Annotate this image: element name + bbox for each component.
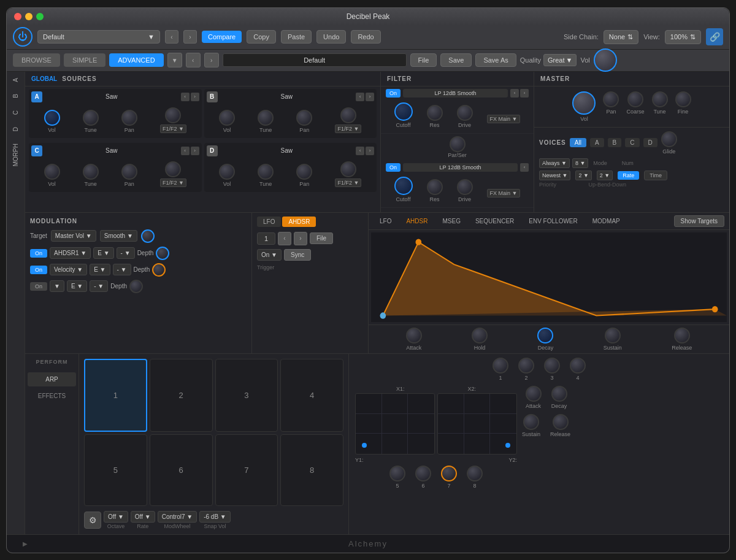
filter1-on-button[interactable]: On [386, 89, 401, 98]
source-a-next[interactable]: › [191, 93, 199, 101]
sidebar-label-d[interactable]: D [12, 127, 19, 131]
filter1-drive-knob[interactable] [457, 105, 473, 121]
voices-tab-c[interactable]: C [625, 138, 639, 147]
mod-target-dropdown[interactable]: Master Vol ▼ [51, 230, 96, 242]
xy-pad-x2[interactable] [437, 393, 517, 455]
close-button[interactable] [14, 13, 21, 20]
octave-dropdown[interactable]: Off ▼ [104, 511, 128, 523]
perform-tab-arp[interactable]: ARP [28, 372, 76, 386]
source-d-pan-knob[interactable] [296, 164, 312, 180]
source-d-f1f2-knob[interactable] [340, 161, 356, 177]
mod-smooth-dropdown[interactable]: Smooth ▼ [100, 230, 137, 242]
source-b-next[interactable]: › [366, 93, 374, 101]
rate-button[interactable]: Rate [618, 171, 639, 180]
source-c-prev[interactable]: ‹ [181, 147, 190, 155]
file-button[interactable]: File [410, 53, 437, 67]
source-b-prev[interactable]: ‹ [356, 93, 364, 101]
right-decay-knob[interactable] [551, 386, 567, 402]
lfo-num-next[interactable]: › [294, 232, 307, 245]
mod1-on-button[interactable]: On [30, 249, 47, 258]
par-ser-knob[interactable] [450, 136, 466, 152]
source-badge-c[interactable]: C [31, 145, 42, 156]
sidebar-label-morph[interactable]: MORPH [12, 144, 19, 166]
view-dropdown[interactable]: 100% ⇅ [665, 30, 701, 44]
source-d-next[interactable]: › [366, 147, 374, 155]
macro-6-knob[interactable] [415, 466, 431, 481]
pad-3[interactable]: 3 [215, 359, 278, 432]
tab-simple[interactable]: SIMPLE [64, 53, 105, 67]
pad-4[interactable]: 4 [280, 359, 343, 432]
ahdsr-tab[interactable]: AHDSR [282, 217, 316, 227]
undo-button[interactable]: Undo [316, 30, 346, 44]
source-c-pan-knob[interactable] [121, 164, 137, 180]
preset-dropdown-arrow[interactable]: ▼ [167, 53, 182, 67]
modwheel-dropdown[interactable]: Control7 ▼ [158, 511, 197, 523]
pads-settings-button[interactable]: ⚙ [84, 512, 101, 529]
show-targets-button[interactable]: Show Targets [674, 215, 724, 227]
env-hold-knob[interactable] [472, 328, 488, 343]
env-sustain-knob[interactable] [605, 328, 621, 343]
tab-advanced[interactable]: ADVANCED [109, 53, 163, 67]
side-chain-dropdown[interactable]: None ⇅ [604, 30, 638, 44]
source-a-vol-knob[interactable] [44, 110, 60, 126]
master-pan-knob[interactable] [603, 91, 619, 107]
source-a-pan-knob[interactable] [121, 110, 137, 126]
filter2-type-button[interactable]: LP 12dB Smooth [403, 163, 518, 172]
envelope-graph[interactable]: 0 0.25 0.5 0.75 [371, 232, 727, 322]
filter2-on-button[interactable]: On [386, 163, 401, 172]
preset-next-button[interactable]: › [183, 30, 197, 44]
redo-button[interactable]: Redo [351, 30, 380, 44]
source-c-tune-knob[interactable] [83, 164, 99, 180]
mod-smooth-knob[interactable] [141, 229, 155, 243]
preset-prev-button[interactable]: ‹ [165, 30, 178, 44]
filter2-drive-knob[interactable] [457, 179, 473, 195]
copy-button[interactable]: Copy [247, 30, 276, 44]
filter1-prev[interactable]: ‹ [510, 89, 519, 98]
sidebar-label-b[interactable]: B [12, 94, 19, 98]
minimize-button[interactable] [25, 13, 33, 20]
env-tab-sequencer[interactable]: SEQUENCER [469, 216, 520, 226]
lfo-num-prev[interactable]: ‹ [278, 232, 291, 245]
source-c-next[interactable]: › [191, 147, 199, 155]
paste-button[interactable]: Paste [281, 30, 312, 44]
preset-right-button[interactable]: › [204, 53, 219, 67]
lfo-sync-button[interactable]: Sync [284, 249, 311, 261]
pad-5[interactable]: 5 [84, 434, 147, 506]
master-fine-knob[interactable] [675, 91, 691, 107]
env-release-knob[interactable] [674, 328, 690, 343]
macro-1-knob[interactable] [493, 358, 508, 374]
filter1-type-button[interactable]: LP 12dB Smooth [403, 89, 508, 98]
mod3-depth-knob[interactable] [129, 280, 143, 293]
mod2-on-button[interactable]: On [30, 266, 47, 274]
voices-bend1-dropdown[interactable]: 2 ▼ [575, 171, 591, 180]
filter1-res-knob[interactable] [427, 105, 443, 121]
time-button[interactable]: Time [644, 171, 667, 180]
voices-mode-dropdown[interactable]: Always ▼ [539, 158, 570, 168]
filter2-cutoff-knob[interactable] [394, 177, 413, 195]
source-a-tune-knob[interactable] [83, 110, 99, 126]
mod2-depth-knob[interactable] [152, 263, 166, 277]
voices-tab-b[interactable]: B [608, 138, 622, 147]
lfo-tab[interactable]: LFO [257, 217, 281, 227]
macro-8-knob[interactable] [467, 466, 483, 481]
master-tune-knob[interactable] [652, 91, 668, 107]
rate-dropdown[interactable]: Off ▼ [131, 511, 155, 523]
source-a-f1f2-knob[interactable] [165, 107, 181, 123]
source-b-vol-knob[interactable] [219, 110, 235, 126]
source-d-prev[interactable]: ‹ [356, 147, 364, 155]
env-tab-modmap[interactable]: MODMAP [586, 216, 626, 226]
maximize-button[interactable] [36, 13, 44, 20]
link-button[interactable]: 🔗 [706, 28, 723, 45]
mod1-minus-dropdown[interactable]: - ▼ [117, 247, 135, 259]
pad-1[interactable]: 1 [84, 359, 147, 432]
macro-3-knob[interactable] [544, 358, 560, 374]
xy-pad-x1[interactable] [355, 393, 435, 455]
mod2-minus-dropdown[interactable]: - ▼ [113, 264, 131, 275]
filter2-prev[interactable]: ‹ [520, 163, 529, 172]
macro-5-knob[interactable] [389, 466, 405, 481]
macro-4-knob[interactable] [570, 358, 586, 374]
voices-bend2-dropdown[interactable]: 2 ▼ [597, 171, 613, 180]
global-tab[interactable]: GLOBAL [31, 75, 57, 82]
pad-2[interactable]: 2 [150, 359, 213, 432]
power-button[interactable]: ⏻ [13, 27, 33, 47]
